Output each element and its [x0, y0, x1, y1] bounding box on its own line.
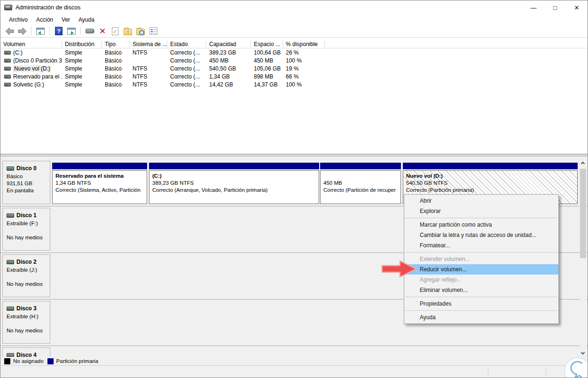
legend-primary-partition: Partición primaria [47, 358, 98, 364]
cell: Correcto (... [167, 57, 206, 64]
cell: Correcto (... [167, 49, 206, 56]
menu-item-formatear[interactable]: Formatear... [404, 240, 558, 251]
cell: 389,23 GB [206, 49, 251, 56]
menu-ver[interactable]: Ver [57, 16, 74, 24]
menu-item-abrir[interactable]: Abrir [404, 196, 558, 206]
cell: NTFS [130, 73, 167, 80]
menu-item-propiedades[interactable]: Propiedades [404, 299, 558, 309]
action-pane-icon[interactable] [66, 26, 77, 36]
table-row[interactable]: Reservado para el ... Simple Básico NTFS… [0, 72, 588, 80]
partition-c[interactable]: (C:) 389,23 GB NTFS Correcto (Arranque, … [149, 163, 319, 204]
volume-list-pane: Volumen Distribución Tipo Sistema de ...… [0, 38, 588, 154]
folder-up-icon[interactable] [123, 26, 133, 36]
maximize-button[interactable]: □ [544, 0, 566, 15]
cell: Correcto (... [167, 65, 206, 72]
partition-status: Correcto (Sistema, Activo, Partición [55, 187, 144, 194]
column-header-volumen[interactable]: Volumen [0, 40, 62, 48]
cell: 14,42 GB [206, 81, 251, 88]
menu-ayuda[interactable]: Ayuda [74, 16, 99, 24]
column-header-espacio[interactable]: Espacio ... [251, 40, 283, 48]
delete-icon[interactable]: ✕ [97, 26, 108, 36]
partition-type-bar [320, 163, 401, 169]
menu-item-reducir-volumen[interactable]: Reducir volumen... [404, 264, 558, 275]
scrollbar-thumb[interactable] [580, 169, 586, 258]
disk3-panel[interactable]: Disco 3 Extraíble (H:) No hay medios [2, 301, 50, 344]
table-row[interactable]: Solvetic (G:) Simple Básico NTFS Correct… [0, 80, 588, 88]
column-header-distribucion[interactable]: Distribución [62, 40, 102, 48]
disk-status: No hay medios [7, 327, 50, 334]
disk0-panel[interactable]: Disco 0 Básico 931,51 GB En pantalla [2, 161, 50, 204]
table-row[interactable]: (Disco 0 Partición 3) Simple Básico Corr… [0, 56, 588, 64]
close-button[interactable]: ✕ [566, 0, 588, 15]
console-tree-icon[interactable] [35, 26, 46, 36]
partition-name [323, 173, 398, 180]
help-icon[interactable]: ? [54, 26, 64, 36]
menu-item-extender-volumen: Extender volumen... [404, 254, 558, 264]
volume-icon [4, 75, 11, 79]
partition-size: 540,50 GB NTFS [406, 180, 574, 187]
cell: Simple [62, 65, 102, 72]
table-row-selected[interactable]: Nuevo vol (D:) Simple Básico NTFS Correc… [0, 64, 588, 72]
column-header-sistema[interactable]: Sistema de ... [130, 40, 167, 48]
menu-item-ayuda[interactable]: Ayuda [404, 312, 558, 323]
vertical-scrollbar[interactable] [580, 159, 587, 357]
cell: NTFS [130, 81, 167, 88]
column-header-disponible[interactable]: % disponible [283, 40, 325, 48]
disk1-panel[interactable]: Disco 1 Extraíble (F:) No hay medios [2, 208, 50, 251]
toolbar: ? ✕ [0, 25, 588, 38]
cell: 540,50 GB [206, 65, 251, 72]
cell: 898 MB [251, 73, 283, 80]
menu-item-cambiar-letra[interactable]: Cambiar la letra y rutas de acceso de un… [404, 230, 558, 240]
partition-type-bar [403, 163, 578, 169]
menu-accion[interactable]: Acción [32, 16, 57, 24]
partition-type-bar [52, 163, 147, 169]
disk-tool-icon[interactable] [85, 26, 95, 36]
status-separator [546, 368, 546, 377]
properties-list-icon[interactable] [148, 26, 158, 36]
cell: 100,64 GB [251, 49, 283, 56]
menu-item-eliminar-volumen[interactable]: Eliminar volumen... [404, 285, 558, 295]
back-icon[interactable] [4, 26, 15, 36]
disk-type: Extraíble (F:) [7, 220, 50, 227]
disk-icon [7, 307, 14, 311]
cell: 450 MB [251, 57, 283, 64]
column-header-estado[interactable]: Estado [167, 40, 206, 48]
column-header-tipo[interactable]: Tipo [102, 40, 130, 48]
column-header-capacidad[interactable]: Capacidad [206, 40, 251, 48]
table-row[interactable]: (C:) Simple Básico NTFS Correcto (... 38… [0, 48, 588, 56]
partition-status: Correcto (Arranque, Volcado, Partición p… [152, 187, 316, 194]
scroll-up-icon[interactable] [580, 159, 587, 166]
check-document-icon[interactable] [110, 26, 120, 36]
forward-icon[interactable] [17, 26, 27, 36]
volume-name: (Disco 0 Partición 3) [13, 57, 62, 64]
disk-status: No hay medios [7, 281, 50, 288]
partition-status: Correcto (Partición de recuper [323, 187, 398, 194]
disk-name: Disco 0 [16, 165, 37, 172]
volume-icon [4, 51, 11, 55]
folder-search-icon[interactable] [135, 26, 146, 36]
cell: NTFS [130, 49, 167, 56]
disk2-panel[interactable]: Disco 2 Extraíble (J:) No hay medios [2, 254, 50, 297]
disk-icon [7, 260, 14, 264]
menu-archivo[interactable]: Archivo [5, 16, 32, 24]
cell: Simple [62, 73, 102, 80]
context-menu: Abrir Explorar Marcar partición como act… [404, 194, 559, 324]
minimize-button[interactable]: — [523, 0, 544, 15]
volume-icon [4, 59, 11, 63]
cell: 14,37 GB [251, 81, 283, 88]
cell: Simple [62, 49, 102, 56]
menu-item-explorar[interactable]: Explorar [404, 206, 558, 216]
legend-unallocated: No asignado [4, 358, 44, 364]
partition-system-reserved[interactable]: Reservado para el sistema 1,34 GB NTFS C… [52, 163, 147, 204]
menu-separator [404, 295, 558, 299]
volume-name: Solvetic (G:) [13, 81, 44, 88]
partition-recovery[interactable]: 450 MB Correcto (Partición de recuper [320, 163, 401, 204]
legend-label: No asignado [13, 358, 44, 364]
disk4-panel[interactable]: Disco 4 [2, 347, 50, 357]
cell: Básico [102, 49, 130, 56]
menu-item-marcar-particion[interactable]: Marcar partición como activa [404, 220, 558, 230]
cell: NTFS [130, 65, 167, 72]
menu-separator [404, 309, 558, 312]
red-pointer-arrow [381, 260, 418, 280]
status-bar [0, 365, 588, 378]
